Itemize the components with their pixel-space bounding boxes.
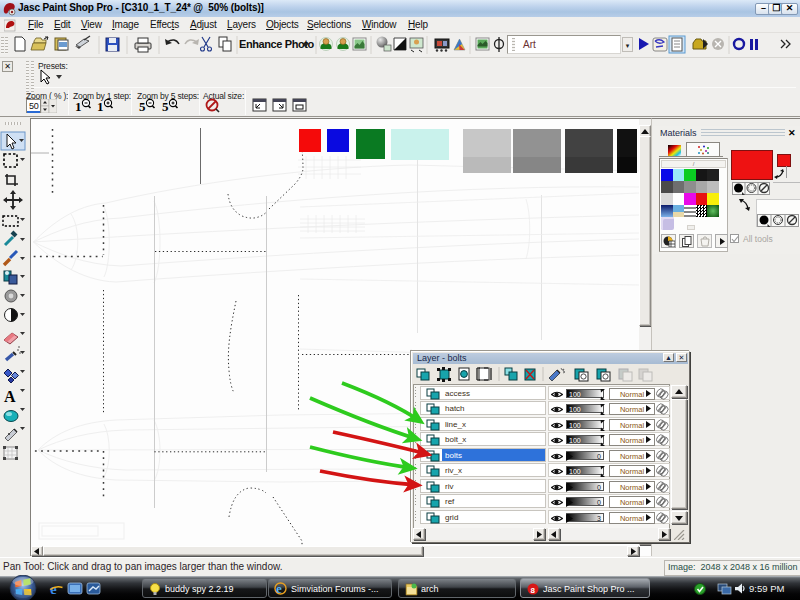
- svg-text:5: 5: [139, 99, 146, 114]
- svg-text:1: 1: [75, 99, 81, 114]
- svg-text:e: e: [276, 582, 282, 595]
- svg-text:A: A: [4, 388, 16, 405]
- svg-text:1: 1: [97, 99, 103, 114]
- svg-text:5: 5: [162, 99, 169, 114]
- svg-text:8: 8: [531, 586, 536, 595]
